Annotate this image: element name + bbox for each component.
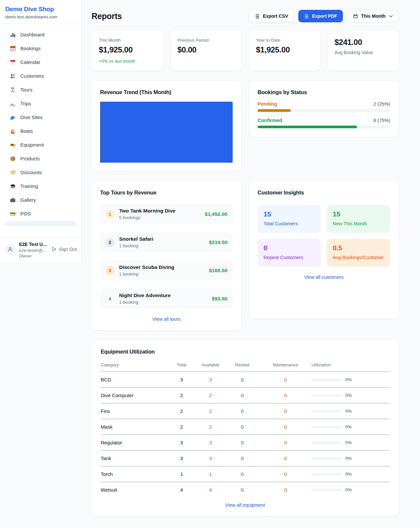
view-all-tours-link[interactable]: View all tours (100, 316, 233, 322)
cell-utilization: 0% (311, 435, 389, 451)
stat-value: $241.00 (335, 38, 392, 47)
cell-utilization: 0% (311, 388, 389, 403)
equipment-table-body: BCD 3 3 0 0 0% Dive Computer 2 2 0 0 0% … (101, 372, 389, 496)
column-header: Maintenance (260, 359, 311, 372)
table-row: Fins 2 2 0 0 0% (101, 403, 389, 419)
sidebar-item-trips[interactable]: Trips (3, 97, 79, 111)
view-all-equipment-link[interactable]: View all equipment (101, 502, 389, 508)
table-row: Wetsuit 4 4 0 0 0% (101, 482, 389, 496)
column-header: Available (196, 359, 225, 372)
export-pdf-label: Export PDF (312, 13, 337, 19)
status-count: 2 (25%) (373, 101, 390, 107)
column-header: Rented (225, 359, 260, 372)
period-dropdown[interactable]: This Month (347, 10, 399, 22)
period-label: This Month (361, 13, 386, 19)
status-bar-track (258, 109, 390, 112)
sidebar-item-gallery[interactable]: Gallery (3, 193, 79, 207)
cell-rented: 0 (225, 403, 260, 419)
cell-available: 2 (196, 419, 225, 435)
stat-card-previous-period: Previous Period $0.00 (170, 30, 242, 71)
stats-row: This Month $1,925.00 +0% vs last month P… (92, 30, 399, 71)
cell-category: Regulator (101, 435, 167, 451)
insights-row: Top Tours by Revenue 1 Two Tank Morning … (92, 181, 399, 330)
insight-label: Repeat Customers (263, 255, 315, 260)
page-header: Reports Export CSV Export PDF This Month (92, 10, 399, 22)
sidebar-item-discounts[interactable]: Discounts (3, 166, 79, 179)
top-tours-title: Top Tours by Revenue (100, 190, 233, 196)
utilization-percent: 0% (345, 487, 352, 492)
stat-card-avg-booking-value: $241.00 Avg Booking Value (327, 30, 399, 71)
table-row: Dive Computer 2 2 0 0 0% (101, 388, 389, 403)
status-row-confirmed: Confirmed 6 (75%) (258, 117, 390, 128)
insights-grid: 15 Total Customers 15 New This Month 0 R… (258, 205, 390, 267)
chevron-down-icon (389, 15, 393, 17)
sidebar-item-tours[interactable]: Tours (3, 83, 79, 97)
stat-card-year-to-date: Year to Date $1,925.00 (249, 30, 320, 71)
bookings-by-status-title: Bookings by Status (258, 89, 390, 95)
tour-revenue: $1,452.00 (205, 211, 227, 217)
equipment-title: Equipment Utilization (101, 349, 389, 355)
sign-out-button[interactable]: Sign Out (52, 247, 77, 252)
utilization-percent: 0% (345, 440, 352, 445)
page-title: Reports (92, 11, 122, 21)
stat-label: Previous Period (178, 38, 235, 43)
cell-category: Wetsuit (101, 482, 167, 496)
sidebar-item-dive-sites[interactable]: Dive Sites (3, 111, 79, 124)
sidebar-item-calendar[interactable]: Calendar (3, 55, 79, 69)
stat-card-this-month: This Month $1,925.00 +0% vs last month (92, 30, 163, 71)
utilization-bar-track (311, 457, 342, 460)
equipment-utilization-card: Equipment Utilization Category Total Ava… (92, 340, 399, 516)
sidebar-item-label: Products (20, 155, 40, 162)
sidebar-item-label: Trips (20, 100, 31, 107)
sidebar-item-pos[interactable]: POS (3, 207, 79, 221)
sidebar-item-active-partial[interactable] (5, 221, 76, 226)
sidebar-item-dashboard[interactable]: Dashboard (3, 28, 79, 42)
sidebar-item-products[interactable]: Products (3, 152, 79, 166)
cell-maintenance: 0 (260, 435, 311, 451)
sidebar-item-bookings[interactable]: 17 Bookings (3, 42, 79, 55)
cell-category: Tank (101, 451, 167, 466)
sidebar-item-label: Customers (20, 72, 44, 80)
stat-value: $0.00 (178, 45, 235, 54)
calendar-date-icon: 17 (10, 45, 16, 52)
calendar-icon (353, 14, 358, 19)
cell-utilization: 0% (311, 482, 389, 496)
status-bar-fill (258, 126, 357, 128)
sidebar-item-label: Training (20, 183, 38, 190)
cell-rented: 0 (225, 372, 260, 388)
stat-label: Avg Booking Value (335, 50, 392, 55)
cell-total: 2 (167, 419, 196, 435)
sidebar-item-equipment[interactable]: Equipment (3, 138, 79, 152)
export-pdf-button[interactable]: Export PDF (298, 10, 343, 22)
utilization-percent: 0% (345, 424, 352, 429)
sidebar-item-boats[interactable]: Boats (3, 124, 79, 138)
top-tours-card: Top Tours by Revenue 1 Two Tank Morning … (92, 181, 241, 330)
tour-name: Two Tank Morning Dive (119, 208, 176, 214)
cell-total: 3 (167, 372, 196, 388)
tour-list-item: 3 Discover Scuba Diving 1 booking $165.0… (100, 260, 233, 280)
sidebar-item-training[interactable]: Training (3, 179, 79, 193)
tour-bookings: 5 bookings (119, 215, 176, 220)
tour-revenue: $165.00 (209, 268, 227, 274)
cell-category: Torch (101, 466, 167, 482)
view-all-customers-link[interactable]: View all customers (258, 274, 390, 280)
user-name: E2E Test U... (19, 242, 48, 247)
file-download-icon (255, 14, 260, 19)
cell-rented: 0 (225, 451, 260, 466)
cell-total: 4 (167, 482, 196, 496)
camera-icon (10, 197, 16, 203)
export-csv-button[interactable]: Export CSV (249, 10, 294, 22)
tear-calendar-icon (10, 59, 16, 66)
cell-rented: 0 (225, 419, 260, 435)
rank-badge: 4 (105, 294, 115, 303)
cell-maintenance: 0 (260, 482, 311, 496)
insight-value: 0.5 (333, 244, 384, 252)
person-icon (7, 246, 13, 252)
speedboat-icon (10, 100, 16, 107)
rank-badge: 3 (105, 266, 115, 275)
insight-label: Total Customers (263, 221, 315, 226)
cell-category: Fins (101, 403, 167, 419)
avatar (5, 244, 16, 255)
sidebar-item-customers[interactable]: Customers (3, 69, 79, 83)
tour-name: Discover Scuba Diving (119, 264, 174, 270)
